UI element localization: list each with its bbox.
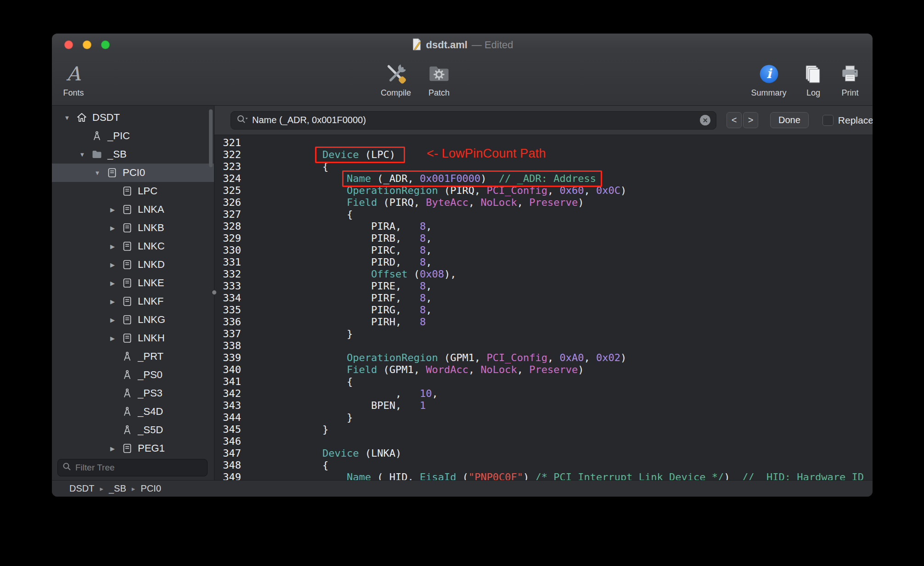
tree-item-LPC[interactable]: LPC xyxy=(52,182,214,200)
device-icon xyxy=(119,222,135,234)
tree-item-DSDT[interactable]: ▼DSDT xyxy=(52,108,214,127)
search-magnifier-icon[interactable] xyxy=(237,114,248,126)
document-proxy-icon[interactable] xyxy=(411,38,422,52)
disclosure-right-icon[interactable]: ▶ xyxy=(106,243,119,250)
search-input[interactable] xyxy=(252,115,696,125)
tree-item-label: _PIC xyxy=(107,130,130,142)
disclosure-right-icon[interactable]: ▶ xyxy=(106,280,119,287)
disclosure-right-icon[interactable]: ▶ xyxy=(106,445,119,452)
line-number: 321 xyxy=(214,137,241,149)
disclosure-right-icon[interactable]: ▶ xyxy=(106,335,119,342)
line-number: 335 xyxy=(214,304,241,316)
printer-icon xyxy=(839,60,861,88)
tree-item-LNKF[interactable]: ▶LNKF xyxy=(52,292,214,311)
tree-item-PCI0[interactable]: ▼PCI0 xyxy=(52,164,214,182)
tree-item-_S5D[interactable]: _S5D xyxy=(52,421,214,439)
line-number: 337 xyxy=(214,328,241,340)
code-line: 338 xyxy=(214,340,873,352)
sidebar-scrollbar[interactable] xyxy=(209,109,213,167)
log-button[interactable]: Log xyxy=(803,60,824,98)
line-number: 329 xyxy=(214,232,241,244)
toolbar: A Fonts Compile xyxy=(52,57,873,105)
disclosure-right-icon[interactable]: ▶ xyxy=(106,225,119,232)
code-line: 333 PIRE, 8, xyxy=(214,280,873,292)
disclosure-down-icon[interactable]: ▼ xyxy=(75,151,89,158)
tree-item-_PS3[interactable]: _PS3 xyxy=(52,384,214,402)
patch-folder-gear-icon xyxy=(428,60,451,88)
tree-item-label: LNKH xyxy=(138,332,165,344)
code-text: PIRE, 8, xyxy=(274,280,432,292)
replace-checkbox[interactable] xyxy=(823,115,834,126)
find-previous-button[interactable]: < xyxy=(727,112,742,128)
compile-button[interactable]: Compile xyxy=(381,60,411,98)
replace-label: Replace xyxy=(838,115,873,126)
tree-item-_PS0[interactable]: _PS0 xyxy=(52,366,214,384)
tree-item-label: _PRT xyxy=(138,351,163,362)
disclosure-down-icon[interactable]: ▼ xyxy=(90,170,104,176)
code-text: { xyxy=(274,209,353,221)
device-icon xyxy=(119,443,135,454)
disclosure-right-icon[interactable]: ▶ xyxy=(106,317,119,323)
search-field[interactable]: ✕ xyxy=(231,111,716,130)
tree-item-LNKG[interactable]: ▶LNKG xyxy=(52,311,214,329)
tree-item-LNKA[interactable]: ▶LNKA xyxy=(52,200,214,219)
tree-item-PEG1[interactable]: ▶PEG1 xyxy=(52,439,214,458)
window-title: dsdt.aml — Edited xyxy=(411,38,513,52)
folder-icon xyxy=(89,149,105,159)
tree-item-_PRT[interactable]: _PRT xyxy=(52,347,214,366)
titlebar[interactable]: dsdt.aml — Edited xyxy=(52,34,873,57)
zoom-button[interactable] xyxy=(101,40,110,49)
find-next-button[interactable]: > xyxy=(743,112,758,128)
disclosure-right-icon[interactable]: ▶ xyxy=(106,298,119,305)
minimize-button[interactable] xyxy=(83,40,91,49)
filter-input[interactable] xyxy=(75,463,203,473)
breadcrumb-item-_SB[interactable]: _SB xyxy=(109,483,126,494)
tree-item-_SB[interactable]: ▼_SB xyxy=(52,145,214,164)
code-line: 349 Name (_HID, EisaId ("PNP0C0F") /* PC… xyxy=(214,471,873,480)
code-text: OperationRegion (GPM1, PCI_Config, 0xA0,… xyxy=(274,352,626,364)
tree-item-label: DSDT xyxy=(92,112,120,124)
tree-item-LNKE[interactable]: ▶LNKE xyxy=(52,274,214,292)
code-line: 344 } xyxy=(214,412,873,424)
line-number: 348 xyxy=(214,459,241,471)
code-line: 327 { xyxy=(214,209,873,221)
fonts-icon: A xyxy=(67,60,80,88)
house-icon xyxy=(74,112,90,123)
code-text: Device (LPC) xyxy=(274,149,395,161)
close-button[interactable] xyxy=(64,40,73,49)
tree-item-LNKC[interactable]: ▶LNKC xyxy=(52,237,214,255)
method-icon xyxy=(119,351,135,362)
fonts-button[interactable]: A Fonts xyxy=(63,60,84,98)
code-line: 332 Offset (0x08), xyxy=(214,268,873,280)
line-number: 334 xyxy=(214,292,241,304)
line-number: 324 xyxy=(214,173,241,185)
breadcrumb-item-DSDT[interactable]: DSDT xyxy=(69,483,94,494)
code-text: OperationRegion (PIRQ, PCI_Config, 0x60,… xyxy=(274,185,626,197)
disclosure-right-icon[interactable]: ▶ xyxy=(106,206,119,213)
tree-item-LNKB[interactable]: ▶LNKB xyxy=(52,219,214,237)
code-line: 326 Field (PIRQ, ByteAcc, NoLock, Preser… xyxy=(214,197,873,209)
splitter-handle[interactable] xyxy=(211,289,217,295)
tree-item-LNKH[interactable]: ▶LNKH xyxy=(52,329,214,347)
disclosure-down-icon[interactable]: ▼ xyxy=(60,114,74,121)
tree-item-LNKD[interactable]: ▶LNKD xyxy=(52,255,214,274)
summary-button[interactable]: i Summary xyxy=(751,60,786,98)
done-button[interactable]: Done xyxy=(770,112,809,128)
disclosure-right-icon[interactable]: ▶ xyxy=(106,261,119,268)
code-line: 346 xyxy=(214,436,873,447)
breadcrumb-item-PCI0[interactable]: PCI0 xyxy=(141,483,161,494)
method-icon xyxy=(119,424,135,436)
log-label: Log xyxy=(806,88,820,98)
line-number: 332 xyxy=(214,268,241,280)
line-number: 322 xyxy=(214,149,241,161)
filter-field[interactable] xyxy=(57,459,208,476)
patch-button[interactable]: Patch xyxy=(428,60,451,98)
tree-item-_PIC[interactable]: _PIC xyxy=(52,127,214,145)
tree-item-_S4D[interactable]: _S4D xyxy=(52,402,214,421)
print-button[interactable]: Print xyxy=(839,60,861,98)
tree-item-label: PEG1 xyxy=(138,442,165,454)
code-editor[interactable]: 321322 Device (LPC)323 {324 Name (_ADR, … xyxy=(214,135,873,480)
clear-search-icon[interactable]: ✕ xyxy=(700,115,710,125)
print-label: Print xyxy=(841,88,858,98)
summary-label: Summary xyxy=(751,88,786,98)
